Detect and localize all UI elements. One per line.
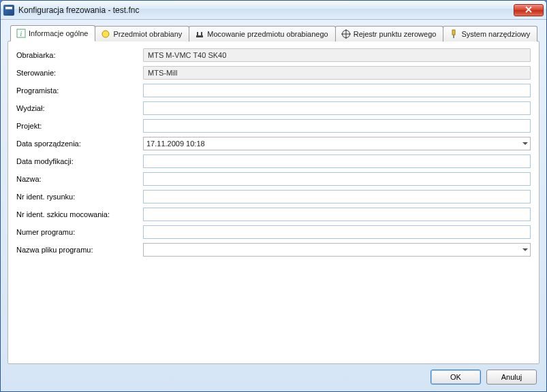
tab-zero-register[interactable]: Rejestr punktu zerowego — [335, 26, 444, 42]
field-created-input[interactable] — [143, 137, 531, 150]
field-program-file[interactable] — [143, 243, 531, 257]
svg-rect-7 — [452, 30, 455, 35]
field-fixture-id[interactable] — [143, 208, 531, 221]
label-programmer: Programista: — [16, 85, 139, 96]
label-control: Sterowanie: — [16, 67, 139, 78]
field-program-file-input[interactable] — [143, 243, 531, 257]
info-icon: i — [16, 29, 26, 38]
label-fixture-id: Nr ident. szkicu mocowania: — [16, 209, 139, 220]
window-title: Konfiguracja frezowania - test.fnc — [18, 5, 514, 15]
tab-fixture[interactable]: Mocowanie przedmiotu obrabianego — [189, 26, 335, 42]
footer: OK Anuluj — [7, 364, 540, 386]
tab-label: Informacje ogólne — [29, 29, 88, 37]
svg-point-2 — [102, 31, 109, 37]
field-machine: MTS M-VMC T40 SK40 — [143, 48, 531, 62]
svg-rect-4 — [197, 32, 198, 35]
tab-general-info[interactable]: i Informacje ogólne — [10, 25, 95, 42]
label-drawing-id: Nr ident. rysunku: — [16, 191, 139, 202]
label-department: Wydział: — [16, 103, 139, 114]
close-button[interactable] — [514, 4, 544, 16]
svg-rect-3 — [196, 35, 203, 37]
form-grid: Obrabiarka: MTS M-VMC T40 SK40 Sterowani… — [16, 48, 531, 257]
tab-tool-system[interactable]: System narzędziowy — [443, 26, 537, 42]
tab-label: Mocowanie przedmiotu obrabianego — [207, 30, 328, 38]
svg-rect-5 — [201, 32, 202, 35]
field-control: MTS-Mill — [143, 66, 531, 80]
titlebar[interactable]: Konfiguracja frezowania - test.fnc — [1, 1, 546, 20]
target-icon — [341, 29, 351, 39]
tab-label: Przedmiot obrabiany — [113, 30, 182, 38]
close-icon — [525, 6, 532, 14]
field-department[interactable] — [143, 101, 531, 115]
tab-label: Rejestr punktu zerowego — [354, 30, 437, 38]
label-created: Data sporządzenia: — [16, 138, 139, 149]
tab-row: i Informacje ogólne Przedmiot obrabiany … — [10, 26, 540, 42]
field-modified[interactable] — [143, 154, 531, 168]
label-machine: Obrabiarka: — [16, 50, 139, 61]
label-name: Nazwa: — [16, 174, 139, 184]
tab-label: System narzędziowy — [461, 30, 530, 38]
label-program-file: Nazwa pliku programu: — [16, 244, 139, 255]
field-program-no[interactable] — [143, 225, 531, 239]
tab-panel: Obrabiarka: MTS M-VMC T40 SK40 Sterowani… — [7, 41, 540, 364]
clamp-icon — [195, 29, 204, 39]
tool-icon — [449, 29, 458, 39]
field-drawing-id[interactable] — [143, 190, 531, 203]
svg-rect-8 — [453, 35, 454, 38]
label-project: Projekt: — [16, 120, 139, 131]
ok-button[interactable]: OK — [431, 370, 481, 385]
tab-workpiece[interactable]: Przedmiot obrabiany — [95, 26, 189, 42]
label-program-no: Numer programu: — [16, 227, 139, 238]
app-icon — [3, 5, 14, 16]
field-programmer[interactable] — [143, 84, 531, 97]
dialog-window: Konfiguracja frezowania - test.fnc i Inf… — [0, 0, 547, 392]
content-area: i Informacje ogólne Przedmiot obrabiany … — [1, 20, 546, 391]
circle-icon — [101, 29, 110, 39]
cancel-button[interactable]: Anuluj — [486, 370, 537, 385]
field-project[interactable] — [143, 119, 531, 133]
label-modified: Data modyfikacji: — [16, 156, 139, 167]
field-created[interactable] — [143, 137, 531, 150]
field-name[interactable] — [143, 172, 531, 186]
svg-text:i: i — [20, 30, 22, 37]
